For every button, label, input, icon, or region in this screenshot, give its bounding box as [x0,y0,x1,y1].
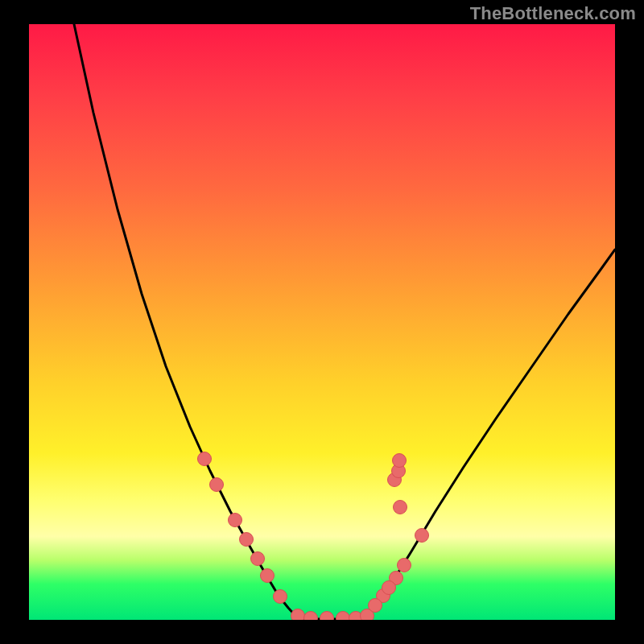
data-marker [415,529,429,543]
chart-stage: TheBottleneck.com [0,0,644,644]
data-marker [198,452,212,466]
data-marker [394,501,407,514]
curves-group [74,24,615,619]
data-marker [382,581,396,595]
data-marker [261,569,275,583]
plot-area [29,24,615,620]
data-marker [320,612,334,621]
plot-svg [29,24,615,620]
watermark-text: TheBottleneck.com [470,3,636,24]
data-marker [229,514,242,527]
data-marker [304,612,318,621]
data-marker [291,609,305,621]
data-marker [210,478,224,492]
data-marker [369,599,382,613]
data-marker [274,590,287,604]
data-marker [336,612,350,621]
data-marker [398,559,411,572]
bottleneck-curve [74,24,615,619]
data-marker [393,454,407,468]
data-marker [240,533,254,547]
markers-group [198,452,429,621]
data-marker [251,552,265,566]
